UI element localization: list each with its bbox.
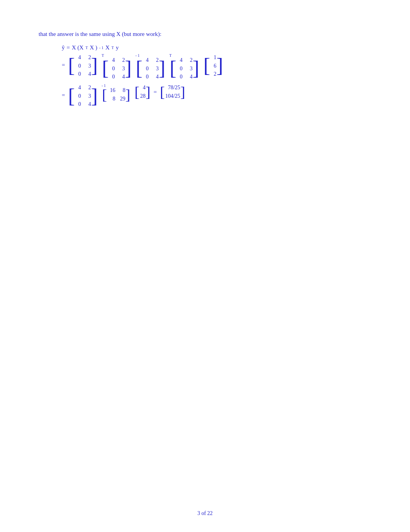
cell-XT-21: 4 [119, 73, 125, 81]
cell-final-0: 78/25 [165, 83, 180, 92]
matrix-XTX-row3: 0 4 [142, 73, 159, 81]
matrix-computed-cols: 16 8 8 29 [107, 86, 125, 103]
matrix-XT2-row3: 0 4 [176, 73, 193, 81]
vector-rhs2-row1: 4 [139, 83, 146, 92]
matrix-XT-cols: 4 2 0 3 0 4 [108, 56, 125, 81]
cell-XT2-00: 4 [176, 56, 183, 65]
intro-label: that the answer is the same using X (but… [39, 31, 161, 37]
formula-third-line: = [ 4 2 0 3 0 4 [62, 83, 371, 109]
cell-rhs2-1: 28 [139, 92, 146, 100]
cell-X-00: 4 [75, 53, 81, 62]
cell-comp-00: 16 [107, 86, 115, 95]
matrix-XT-wrap: [ 4 2 0 3 0 4 [102, 56, 132, 81]
cell-X2-01: 2 [85, 83, 91, 92]
cell-X2-00: 4 [75, 83, 81, 92]
intro-text: that the answer is the same using X (but… [39, 31, 371, 37]
cell-XT-00: 4 [108, 56, 115, 65]
vector-y-cols: 1 6 2 [210, 53, 216, 78]
page-footer: 3 of 22 [0, 510, 410, 517]
cell-rhs2-0: 4 [139, 83, 146, 92]
cell-XTX-20: 0 [142, 73, 149, 81]
matrix-computed-row2: 8 29 [107, 95, 125, 103]
matrix-final-row2: 104/25 [165, 92, 180, 100]
X-label3: X [105, 44, 110, 51]
vector-y-row1: 1 [210, 53, 216, 62]
cell-X-01: 2 [85, 53, 91, 62]
matrix-X-row1: 4 2 [75, 53, 91, 62]
cell-final-1: 104/25 [165, 92, 180, 100]
vector-y-row2: 6 [210, 62, 216, 70]
y-label: y [116, 44, 119, 51]
cell-XTX-01: 2 [152, 56, 159, 65]
formula-first-line: ŷ = X (X T X ) - 1 X T y [62, 44, 371, 51]
cell-comp-11: 29 [119, 95, 125, 103]
cell-XT-01: 2 [119, 56, 125, 65]
cell-XTX-10: 0 [142, 65, 149, 73]
matrix-XTX-cols: 4 2 0 3 0 4 [142, 56, 159, 81]
equation-block: ŷ = X (X T X ) - 1 X T y = [ 4 2 [62, 44, 371, 109]
lhs-yhat: ŷ [62, 44, 65, 51]
cell-X2-11: 3 [85, 92, 91, 100]
cell-XTX-11: 3 [152, 65, 159, 73]
cell-X-20: 0 [75, 70, 81, 78]
cell-y-2: 2 [210, 70, 216, 78]
cell-comp-01: 8 [119, 86, 125, 95]
matrix-X2-row3: 0 4 [75, 100, 91, 109]
cell-XT2-01: 2 [186, 56, 193, 65]
cell-XT2-20: 0 [176, 73, 183, 81]
eq2: = [62, 62, 65, 68]
matrix-X2-row1: 4 2 [75, 83, 91, 92]
matrix-XTX-row1: 4 2 [142, 56, 159, 65]
cell-XT-11: 3 [119, 65, 125, 73]
cell-y-1: 6 [210, 62, 216, 70]
formula-second-line: = [ 4 2 0 3 0 4 [62, 53, 371, 81]
matrix-final-row1: 78/25 [165, 83, 180, 92]
matrix-X-row2: 0 3 [75, 62, 91, 70]
computed-inv-wrap: - 1 [ 16 8 8 29 ] [101, 83, 131, 103]
matrix-final-wrap: [ 78/25 104/25 ] [160, 83, 185, 100]
cell-X-11: 3 [85, 62, 91, 70]
cell-XTX-00: 4 [142, 56, 149, 65]
cell-XT2-11: 3 [186, 65, 193, 73]
cell-comp-10: 8 [107, 95, 115, 103]
cell-X2-20: 0 [75, 100, 81, 109]
cell-XT-10: 0 [108, 65, 115, 73]
matrix-computed-row1: 16 8 [107, 86, 125, 95]
matrix-X-cols: 4 2 0 3 0 4 [75, 53, 91, 78]
matrix-XT2-cols: 4 2 0 3 0 4 [176, 56, 193, 81]
matrix-X-row3: 0 4 [75, 70, 91, 78]
inv-sup: - 1 [99, 46, 103, 50]
cell-XT2-21: 4 [186, 73, 193, 81]
X-label2: X ) [90, 44, 98, 51]
matrix-computed-wrap: [ 16 8 8 29 ] [102, 86, 130, 103]
eq3: = [62, 92, 65, 99]
eq4: = [154, 89, 157, 95]
matrix-XTX-wrap: [ 4 2 0 3 0 4 [136, 56, 166, 81]
cell-X2-21: 4 [85, 100, 91, 109]
XTX-inv-wrap: - 1 [ 4 2 0 3 0 4 [135, 53, 167, 81]
T-sup2: T [112, 46, 114, 50]
cell-X2-10: 0 [75, 92, 81, 100]
T-sup1: T [85, 46, 88, 50]
matrix-final-cols: 78/25 104/25 [165, 83, 180, 100]
matrix-XT-row3: 0 4 [108, 73, 125, 81]
matrix-X2-wrap: [ 4 2 0 3 0 4 ] [68, 83, 98, 109]
XT2-with-sup: T [ 4 2 0 3 0 4 [168, 53, 200, 81]
cell-y-0: 1 [210, 53, 216, 62]
matrix-XT-row1: 4 2 [108, 56, 125, 65]
page-number: 3 of 22 [197, 510, 213, 516]
matrix-X2-row2: 0 3 [75, 92, 91, 100]
matrix-XT2-row2: 0 3 [176, 65, 193, 73]
cell-XTX-21: 4 [152, 73, 159, 81]
vector-rhs2-row2: 28 [139, 92, 146, 100]
XT-with-sup: T [ 4 2 0 3 0 4 [101, 53, 133, 81]
cell-X-10: 0 [75, 62, 81, 70]
cell-XT2-10: 0 [176, 65, 183, 73]
cell-X-21: 4 [85, 70, 91, 78]
matrix-X2-cols: 4 2 0 3 0 4 [75, 83, 91, 109]
matrix-XT2-wrap: [ 4 2 0 3 0 4 [169, 56, 199, 81]
matrix-XT2-row1: 4 2 [176, 56, 193, 65]
matrix-XTX-row2: 0 3 [142, 65, 159, 73]
eq1: = [67, 44, 70, 51]
cell-XT-20: 0 [108, 73, 115, 81]
